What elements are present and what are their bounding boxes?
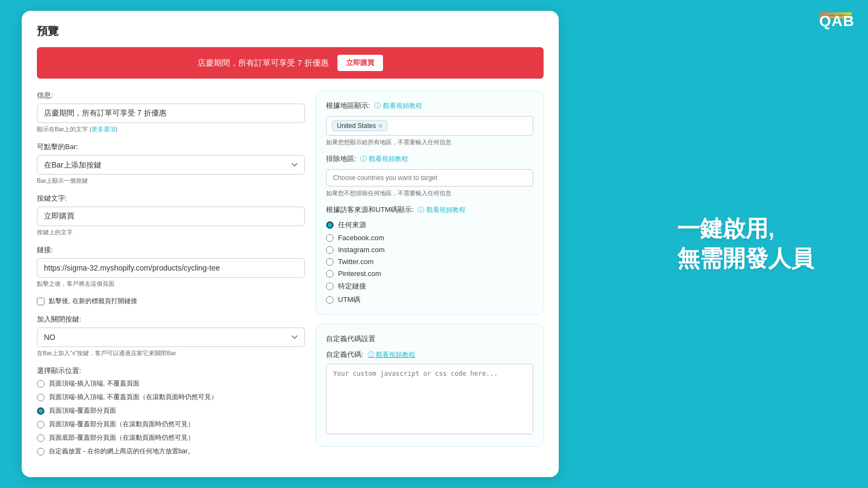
message-field-group: 信息: 顯示在Bar上的文字 (更多選項) [37, 91, 305, 133]
traffic-label-6: UTM碼 [338, 295, 360, 305]
position-radio-0[interactable] [37, 380, 44, 388]
exclude-section: 排除地區: ⓘ 觀看視頻教程 如果您不想排除任何地區，不需要輸入任何信息 [326, 154, 533, 197]
traffic-option-0[interactable]: 任何來源 [326, 220, 533, 230]
position-label-1: 頁面頂端-插入頂端, 不覆蓋頁面（在滾動頁面時仍然可見） [49, 393, 218, 402]
traffic-title: 根據訪客來源和UTM碼顯示: ⓘ 觀看視頻教程 [326, 205, 533, 215]
geo-panel-title: 根據地區顯示: ⓘ 觀看視頻教程 [326, 101, 533, 111]
position-option-4[interactable]: 頁面底部-覆蓋部分頁面（在滾動頁面時仍然可見） [37, 433, 305, 442]
traffic-radio-1[interactable] [326, 234, 334, 242]
traffic-option-4[interactable]: Pinterest.com [326, 269, 533, 278]
button-text-hint: 按鍵上的文字 [37, 228, 305, 236]
position-radio-group: 頁面頂端-插入頂端, 不覆蓋頁面 頁面頂端-插入頂端, 不覆蓋頁面（在滾動頁面時… [37, 379, 305, 456]
traffic-radio-4[interactable] [326, 270, 334, 278]
exclude-video-link[interactable]: ⓘ 觀看視頻教程 [360, 155, 407, 163]
position-option-3[interactable]: 頁面頂端-覆蓋部分頁面（在滾動頁面時仍然可見） [37, 420, 305, 429]
geo-tag-input[interactable]: United States × [326, 116, 533, 136]
clickable-bar-label: 可點擊的Bar: [37, 142, 305, 152]
qab-logo: QAB [819, 11, 852, 18]
position-option-0[interactable]: 頁面頂端-插入頂端, 不覆蓋頁面 [37, 379, 305, 388]
traffic-radio-3[interactable] [326, 258, 334, 266]
position-radio-5[interactable] [37, 448, 44, 455]
traffic-video-link[interactable]: ⓘ 觀看視頻教程 [418, 206, 465, 214]
close-btn-group: 加入關閉按鍵: NO YES 在Bar上加入"x"按鍵，客戶可以通過店家它來關閉… [37, 314, 305, 357]
left-column: 信息: 顯示在Bar上的文字 (更多選項) 可點擊的Bar: 在Bar上添加按鍵… [37, 91, 305, 465]
position-label-5: 自定義放置 - 在你的網上商店的任何地方放置bar。 [49, 447, 194, 456]
position-radio-3[interactable] [37, 421, 44, 428]
position-label-3: 頁面頂端-覆蓋部分頁面（在滾動頁面時仍然可見） [49, 420, 194, 429]
close-btn-select[interactable]: NO YES [37, 328, 305, 347]
exclude-input[interactable] [326, 169, 533, 187]
new-tab-label: 點擊後, 在新的標籤頁打開鏈接 [49, 297, 137, 306]
new-tab-checkbox[interactable] [37, 298, 44, 305]
traffic-radio-2[interactable] [326, 246, 334, 254]
message-label: 信息: [37, 91, 305, 100]
geo-tag-text: United States [337, 122, 376, 130]
new-tab-group: 點擊後, 在新的標籤頁打開鏈接 [37, 297, 305, 306]
traffic-radio-6[interactable] [326, 296, 334, 304]
clickable-bar-select[interactable]: 在Bar上添加按鍵 不添加按鍵 [37, 155, 305, 175]
banner-buy-button[interactable]: 立即購買 [337, 55, 383, 71]
traffic-option-6[interactable]: UTM碼 [326, 295, 533, 305]
custom-code-title: 自定義代碼設置 [326, 334, 533, 344]
more-options-link[interactable]: 更多選項 [92, 126, 116, 132]
geo-tag-remove[interactable]: × [378, 122, 382, 130]
clickable-bar-hint: Bar上顯示一個按鍵 [37, 177, 305, 185]
clickable-bar-group: 可點擊的Bar: 在Bar上添加按鍵 不添加按鍵 Bar上顯示一個按鍵 [37, 142, 305, 185]
right-column: 根據地區顯示: ⓘ 觀看視頻教程 United States × 如果您想顯示給… [316, 91, 544, 465]
traffic-label-1: Facebook.com [338, 234, 384, 242]
custom-code-panel: 自定義代碼設置 自定義代碼: ⓘ 觀看視頻教程 [316, 324, 544, 447]
traffic-option-1[interactable]: Facebook.com [326, 234, 533, 242]
link-group: 鏈接: 點擊之後，客戶將去這個頁面 [37, 245, 305, 288]
traffic-option-5[interactable]: 特定鏈接 [326, 281, 533, 291]
position-group: 選擇顯示位置: 頁面頂端-插入頂端, 不覆蓋頁面 頁面頂端-插入頂端, 不覆蓋頁… [37, 366, 305, 456]
position-option-2[interactable]: 頁面頂端-覆蓋部分頁面 [37, 406, 305, 415]
traffic-label-0: 任何來源 [338, 220, 366, 230]
message-input[interactable] [37, 104, 305, 123]
traffic-radio-group: 任何來源 Facebook.com Instagram.com Twi [326, 220, 533, 305]
traffic-option-3[interactable]: Twitter.com [326, 258, 533, 266]
geo-hint: 如果您想顯示給所有地區，不需要輸入任何信息 [326, 138, 533, 146]
traffic-radio-0[interactable] [326, 221, 334, 229]
traffic-label-2: Instagram.com [338, 246, 385, 254]
custom-code-label-row: 自定義代碼: ⓘ 觀看視頻教程 [326, 349, 533, 359]
position-radio-4[interactable] [37, 434, 44, 442]
close-btn-hint: 在Bar上加入"x"按鍵，客戶可以通過店家它來關閉Bar [37, 349, 305, 357]
main-card: 預覽 店慶期間，所有訂單可享受 7 折優惠 立即購買 信息: 顯示在Bar上的文… [22, 11, 559, 477]
button-text-group: 按鍵文字: 按鍵上的文字 [37, 194, 305, 236]
link-label: 鏈接: [37, 245, 305, 255]
position-label-4: 頁面底部-覆蓋部分頁面（在滾動頁面時仍然可見） [49, 433, 194, 442]
geo-video-link[interactable]: ⓘ 觀看視頻教程 [374, 102, 422, 110]
position-radio-1[interactable] [37, 394, 44, 401]
new-tab-checkbox-label[interactable]: 點擊後, 在新的標籤頁打開鏈接 [37, 297, 305, 306]
link-hint: 點擊之後，客戶將去這個頁面 [37, 280, 305, 288]
traffic-radio-5[interactable] [326, 282, 334, 290]
geo-tag-chip: United States × [332, 120, 387, 131]
close-btn-label: 加入關閉按鍵: [37, 314, 305, 324]
traffic-option-2[interactable]: Instagram.com [326, 246, 533, 254]
traffic-label-5: 特定鏈接 [338, 281, 366, 291]
exclude-title: 排除地區: ⓘ 觀看視頻教程 [326, 154, 533, 164]
link-input[interactable] [37, 258, 305, 278]
custom-code-video-link[interactable]: ⓘ 觀看視頻教程 [368, 351, 415, 358]
position-option-1[interactable]: 頁面頂端-插入頂端, 不覆蓋頁面（在滾動頁面時仍然可見） [37, 393, 305, 402]
form-layout: 信息: 顯示在Bar上的文字 (更多選項) 可點擊的Bar: 在Bar上添加按鍵… [37, 91, 544, 465]
preview-title: 預覽 [37, 24, 544, 38]
traffic-label-4: Pinterest.com [338, 269, 381, 278]
position-option-5[interactable]: 自定義放置 - 在你的網上商店的任何地方放置bar。 [37, 447, 305, 456]
position-label-0: 頁面頂端-插入頂端, 不覆蓋頁面 [49, 379, 139, 388]
position-radio-2[interactable] [37, 407, 44, 415]
message-hint: 顯示在Bar上的文字 (更多選項) [37, 125, 305, 133]
hero-text: 一鍵啟用, 無需開發人員 [677, 214, 814, 273]
position-label-2: 頁面頂端-覆蓋部分頁面 [49, 406, 116, 415]
button-text-input[interactable] [37, 207, 305, 226]
exclude-hint: 如果您不想排除任何地區，不需要輸入任何信息 [326, 189, 533, 197]
banner-text: 店慶期間，所有訂單可享受 7 折優惠 [197, 58, 329, 68]
preview-banner: 店慶期間，所有訂單可享受 7 折優惠 立即購買 [37, 47, 544, 79]
position-label: 選擇顯示位置: [37, 366, 305, 376]
geo-panel: 根據地區顯示: ⓘ 觀看視頻教程 United States × 如果您想顯示給… [316, 91, 544, 315]
custom-code-label: 自定義代碼: [326, 350, 363, 358]
traffic-section: 根據訪客來源和UTM碼顯示: ⓘ 觀看視頻教程 任何來源 Facebook.co… [326, 205, 533, 305]
traffic-label-3: Twitter.com [338, 258, 374, 266]
custom-code-textarea[interactable] [326, 364, 533, 434]
button-text-label: 按鍵文字: [37, 194, 305, 203]
